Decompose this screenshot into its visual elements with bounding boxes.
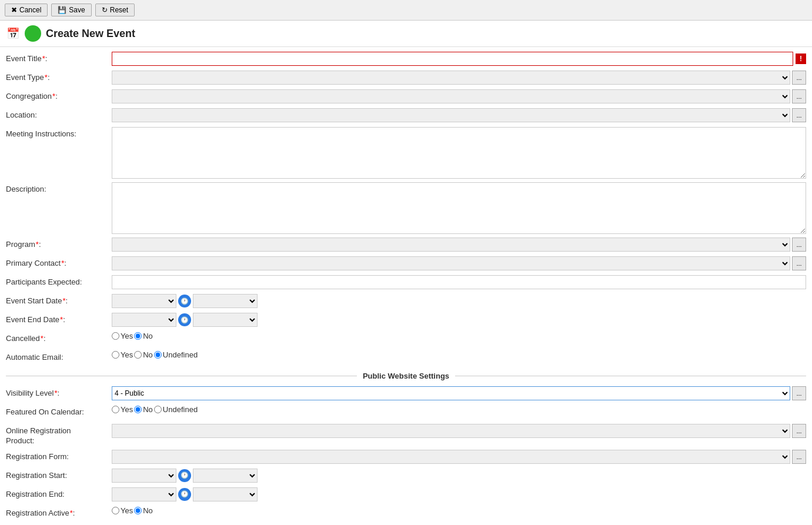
location-ellipsis-button[interactable]: ... <box>792 108 806 122</box>
save-button[interactable]: 💾 Save <box>51 4 91 16</box>
reset-button[interactable]: ↻ Reset <box>95 4 135 16</box>
meeting-instructions-textarea[interactable] <box>112 127 806 179</box>
event-end-date-row-inner: 🕐 <box>112 313 258 327</box>
location-select[interactable] <box>112 108 790 122</box>
registration-form-ellipsis-button[interactable]: ... <box>792 450 806 464</box>
automatic-email-no-label[interactable]: No <box>134 350 153 359</box>
event-start-time-select[interactable] <box>193 294 258 308</box>
event-start-date-field: 🕐 <box>112 294 806 308</box>
visibility-level-label: Visibility Level*: <box>6 386 112 397</box>
page-title: Create New Event <box>46 28 135 40</box>
primary-contact-select-wrapper: ... <box>112 256 806 270</box>
automatic-email-undefined-label[interactable]: Undefined <box>154 350 198 359</box>
meeting-instructions-row: Meeting Instructions: <box>6 127 806 179</box>
participants-expected-row: Participants Expected: <box>6 275 806 290</box>
visibility-level-select[interactable]: 4 - Public <box>112 386 790 400</box>
primary-contact-ellipsis-button[interactable]: ... <box>792 256 806 270</box>
registration-active-yes-radio[interactable] <box>112 507 119 514</box>
automatic-email-row: Automatic Email: Yes No Undefined <box>6 350 806 366</box>
registration-end-clock-button[interactable]: 🕐 <box>178 488 191 501</box>
featured-undefined-radio[interactable] <box>154 406 162 413</box>
primary-contact-label: Primary Contact*: <box>6 256 112 267</box>
participants-expected-field <box>112 275 806 289</box>
automatic-email-no-radio[interactable] <box>134 351 142 359</box>
save-icon: 💾 <box>58 6 66 14</box>
event-type-ellipsis-button[interactable]: ... <box>792 71 806 85</box>
automatic-email-yes-label[interactable]: Yes <box>112 350 133 359</box>
automatic-email-field: Yes No Undefined <box>112 350 806 359</box>
description-label: Description: <box>6 182 112 193</box>
location-row: Location: ... <box>6 108 806 123</box>
featured-undefined-label[interactable]: Undefined <box>154 405 198 414</box>
registration-start-time-select[interactable] <box>193 469 258 483</box>
cancelled-yes-radio[interactable] <box>112 332 119 340</box>
cancel-icon: ✖ <box>11 6 17 14</box>
description-textarea[interactable] <box>112 182 806 234</box>
event-end-clock-button[interactable]: 🕐 <box>178 313 191 326</box>
registration-active-label: Registration Active*: <box>6 506 112 517</box>
registration-end-time-select[interactable] <box>193 487 258 501</box>
cancel-button[interactable]: ✖ Cancel <box>5 4 48 16</box>
online-reg-product-select[interactable] <box>112 424 790 438</box>
description-row: Description: <box>6 182 806 234</box>
event-end-date-row: Event End Date*: 🕐 <box>6 313 806 328</box>
featured-on-calendar-field: Yes No Undefined <box>112 405 806 414</box>
automatic-email-yes-radio[interactable] <box>112 351 119 359</box>
event-end-date-label: Event End Date*: <box>6 313 112 324</box>
featured-yes-label[interactable]: Yes <box>112 405 133 414</box>
registration-active-no-radio[interactable] <box>134 507 142 514</box>
registration-active-radio-group: Yes No <box>112 506 153 515</box>
featured-no-radio[interactable] <box>134 406 142 413</box>
program-ellipsis-button[interactable]: ... <box>792 238 806 252</box>
registration-form-row: Registration Form: ... <box>6 450 806 465</box>
registration-end-date-select[interactable] <box>112 487 176 501</box>
primary-contact-field: ... <box>112 256 806 270</box>
event-start-clock-button[interactable]: 🕐 <box>178 295 191 307</box>
featured-yes-radio[interactable] <box>112 406 119 413</box>
congregation-select-wrapper: ... <box>112 89 806 103</box>
cancelled-no-radio[interactable] <box>134 332 142 340</box>
event-start-date-row-inner: 🕐 <box>112 294 258 308</box>
program-select-wrapper: ... <box>112 238 806 252</box>
online-reg-product-row: Online Registration Product: ... <box>6 424 806 446</box>
featured-on-calendar-radio-group: Yes No Undefined <box>112 405 198 414</box>
registration-end-date-row: 🕐 <box>112 487 258 501</box>
congregation-ellipsis-button[interactable]: ... <box>792 89 806 103</box>
registration-active-yes-label[interactable]: Yes <box>112 506 133 515</box>
participants-expected-input[interactable] <box>112 275 806 289</box>
automatic-email-undefined-radio[interactable] <box>154 351 162 359</box>
form-container: Event Title*: ! Event Type*: ... Congreg… <box>0 47 812 525</box>
registration-start-clock-button[interactable]: 🕐 <box>178 469 191 482</box>
event-title-input[interactable] <box>112 52 793 66</box>
primary-contact-row: Primary Contact*: ... <box>6 256 806 272</box>
primary-contact-select[interactable] <box>112 256 790 270</box>
event-end-date-select[interactable] <box>112 313 176 327</box>
event-start-date-label: Event Start Date*: <box>6 294 112 305</box>
event-end-time-select[interactable] <box>193 313 258 327</box>
page-header: 📅 Create New Event <box>0 21 812 47</box>
congregation-field: ... <box>112 89 806 103</box>
congregation-label: Congregation*: <box>6 89 112 101</box>
program-select[interactable] <box>112 238 790 252</box>
online-reg-product-ellipsis-button[interactable]: ... <box>792 424 806 438</box>
meeting-instructions-label: Meeting Instructions: <box>6 127 112 138</box>
event-start-date-row: Event Start Date*: 🕐 <box>6 294 806 309</box>
event-type-select[interactable] <box>112 71 790 85</box>
registration-active-no-label[interactable]: No <box>134 506 153 515</box>
location-select-wrapper: ... <box>112 108 806 122</box>
status-circle <box>25 25 41 42</box>
registration-start-date-select[interactable] <box>112 469 176 483</box>
cancelled-radio-group: Yes No <box>112 332 153 340</box>
event-type-label: Event Type*: <box>6 71 112 82</box>
featured-no-label[interactable]: No <box>134 405 153 414</box>
event-start-date-select[interactable] <box>112 294 176 308</box>
reset-icon: ↻ <box>102 6 108 14</box>
visibility-level-ellipsis-button[interactable]: ... <box>792 386 806 400</box>
cancelled-no-label[interactable]: No <box>134 332 153 340</box>
registration-form-select[interactable] <box>112 450 790 464</box>
event-title-field: ! <box>112 52 806 66</box>
automatic-email-radio-group: Yes No Undefined <box>112 350 198 359</box>
cancelled-yes-label[interactable]: Yes <box>112 332 133 340</box>
congregation-select[interactable] <box>112 89 790 103</box>
online-reg-product-select-wrapper: ... <box>112 424 806 438</box>
